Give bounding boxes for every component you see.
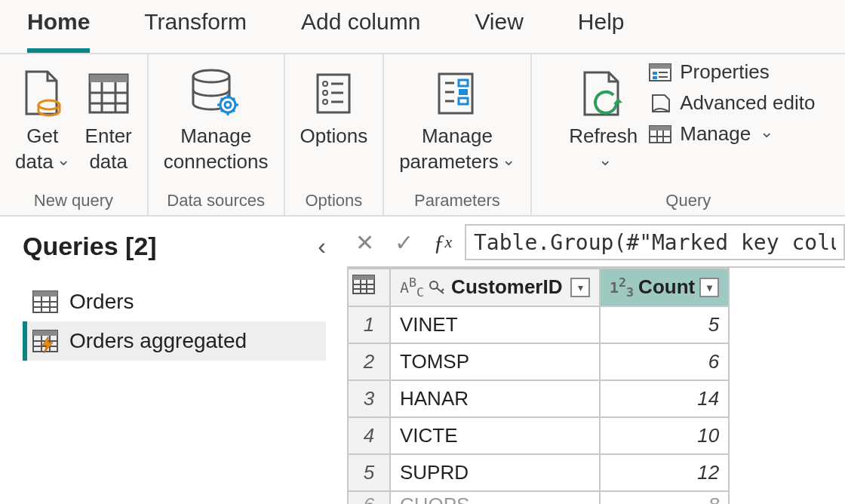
refresh-button[interactable]: Refresh [561, 60, 645, 175]
svg-rect-51 [33, 330, 57, 336]
ribbon-group-options: Options Options [285, 54, 385, 215]
number-type-icon: 123 [610, 275, 634, 300]
ribbon-group-new-query: Get data Enter data [0, 54, 149, 215]
formula-cancel-button[interactable]: ✕ [347, 225, 382, 260]
table-row[interactable]: 5 SUPRD 12 [348, 454, 729, 491]
properties-label: Properties [680, 60, 770, 84]
row-number: 6 [348, 491, 390, 504]
properties-icon [648, 61, 674, 84]
get-data-caret-icon [54, 150, 70, 173]
column-header-count[interactable]: 123 Count ▾ [600, 269, 729, 306]
query-item-orders-aggregated[interactable]: Orders aggregated [23, 321, 326, 361]
cell-count[interactable]: 14 [600, 380, 729, 417]
manage-button[interactable]: Manage [648, 122, 815, 146]
svg-line-15 [232, 109, 235, 112]
svg-marker-32 [613, 98, 622, 104]
cell-customerid[interactable]: HANAR [390, 380, 600, 417]
svg-line-17 [221, 109, 223, 112]
data-grid: ABC CustomerID ▾ 123 Count [347, 266, 845, 504]
svg-point-7 [193, 70, 229, 82]
options-icon [313, 65, 354, 122]
get-data-button[interactable]: Get data [8, 60, 78, 175]
svg-rect-38 [659, 76, 668, 78]
svg-rect-28 [459, 98, 468, 104]
svg-rect-45 [33, 291, 57, 297]
ribbon-group-label-query: Query [665, 188, 711, 211]
svg-rect-35 [653, 72, 657, 75]
svg-rect-26 [459, 80, 468, 86]
query-item-orders-label: Orders [69, 290, 134, 314]
enter-data-label1: Enter [85, 124, 132, 149]
get-data-label2: data [15, 150, 54, 173]
cell-count[interactable]: 6 [600, 343, 729, 380]
manage-connections-label2: connections [164, 149, 269, 175]
table-row[interactable]: 4 VICTE 10 [348, 417, 729, 454]
parameters-icon [435, 65, 480, 122]
cell-customerid[interactable]: CHOPS [390, 491, 600, 504]
formula-commit-button[interactable]: ✓ [386, 225, 421, 260]
queries-header: Queries [2] ‹ [23, 232, 326, 261]
cell-customerid[interactable]: VICTE [390, 417, 600, 454]
cell-customerid[interactable]: TOMSP [390, 343, 600, 380]
table-row[interactable]: 3 HANAR 14 [348, 380, 729, 417]
text-type-icon: ABC [400, 275, 424, 300]
row-number: 5 [348, 454, 390, 491]
cell-customerid[interactable]: VINET [390, 306, 600, 343]
ribbon-group-data-sources: Manage connections Data sources [149, 54, 285, 215]
ribbon-group-query: Refresh Properties Advanced edito Manage [532, 54, 845, 215]
formula-input[interactable] [465, 224, 845, 260]
cell-customerid[interactable]: SUPRD [390, 454, 600, 491]
row-number: 2 [348, 343, 390, 380]
menu-bar: Home Transform Add column View Help [0, 0, 845, 54]
table-icon [32, 290, 59, 314]
menu-tab-view[interactable]: View [475, 9, 523, 53]
cell-count[interactable]: 8 [600, 491, 729, 504]
cell-count[interactable]: 5 [600, 306, 729, 343]
enter-data-label2: data [89, 149, 128, 175]
column-header-customerid[interactable]: ABC CustomerID ▾ [390, 269, 600, 306]
svg-rect-36 [659, 72, 668, 73]
cell-count[interactable]: 12 [600, 454, 729, 491]
svg-line-14 [221, 98, 223, 100]
enter-data-icon [87, 65, 131, 122]
main-area: Queries [2] ‹ Orders Orders aggregated ✕… [0, 217, 845, 504]
select-all-corner[interactable] [348, 269, 390, 306]
ribbon-group-label-options: Options [305, 188, 362, 211]
refresh-label: Refresh [569, 124, 638, 149]
ribbon-group-label-new-query: New query [34, 188, 113, 211]
fx-icon[interactable]: ƒx [426, 225, 460, 260]
table-row[interactable]: 1 VINET 5 [348, 306, 729, 343]
manage-connections-button[interactable]: Manage connections [156, 60, 276, 175]
collapse-queries-button[interactable]: ‹ [318, 232, 326, 260]
options-button[interactable]: Options [293, 60, 376, 175]
filter-customerid-button[interactable]: ▾ [570, 278, 590, 297]
get-data-icon [22, 65, 63, 122]
advanced-editor-label: Advanced edito [680, 91, 815, 115]
manage-parameters-button[interactable]: Manage parameters [392, 60, 523, 175]
enter-data-button[interactable]: Enter data [78, 60, 140, 175]
query-item-orders-aggregated-label: Orders aggregated [69, 329, 247, 353]
menu-tab-home[interactable]: Home [27, 9, 90, 53]
properties-button[interactable]: Properties [648, 60, 815, 84]
queries-panel: Queries [2] ‹ Orders Orders aggregated [0, 217, 340, 504]
manage-parameters-label1: Manage [422, 124, 493, 149]
menu-tab-transform[interactable]: Transform [144, 9, 247, 53]
menu-tab-help[interactable]: Help [578, 9, 625, 53]
menu-tab-add-column[interactable]: Add column [301, 9, 420, 53]
advanced-editor-button[interactable]: Advanced edito [648, 91, 815, 115]
table-row[interactable]: 6 CHOPS 8 [348, 491, 729, 504]
manage-label: Manage [680, 122, 751, 146]
cell-count[interactable]: 10 [600, 417, 729, 454]
refresh-caret-icon [595, 149, 612, 175]
manage-parameters-label2: parameters [399, 150, 499, 173]
row-number: 4 [348, 417, 390, 454]
svg-line-65 [441, 289, 444, 291]
get-data-label1: Get [26, 124, 58, 149]
svg-rect-37 [653, 76, 657, 79]
table-row[interactable]: 2 TOMSP 6 [348, 343, 729, 380]
query-item-orders[interactable]: Orders [23, 282, 326, 321]
database-gear-icon [189, 65, 243, 122]
column-name-customerid: CustomerID [451, 275, 562, 299]
key-icon [429, 279, 447, 296]
filter-count-button[interactable]: ▾ [699, 278, 719, 297]
